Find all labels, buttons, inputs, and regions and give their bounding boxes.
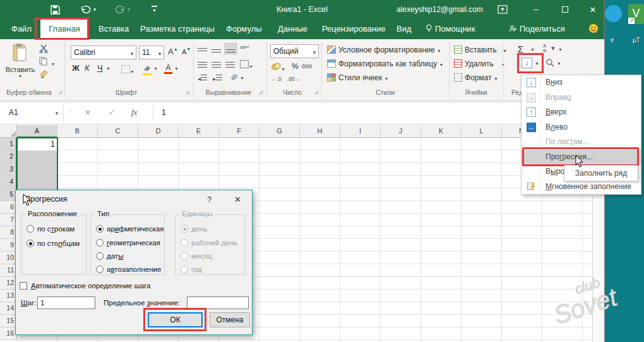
row-header[interactable]: 11 <box>0 264 17 277</box>
desktop-icon-2[interactable]: V ↗ <box>628 4 644 24</box>
row-header[interactable]: 16 <box>0 327 17 340</box>
row-header[interactable]: 5 <box>0 188 17 201</box>
font-color-dropdown-icon[interactable]: ▼ <box>174 66 179 71</box>
clipboard-dialog-launcher[interactable]: ◿ <box>58 89 64 95</box>
column-header[interactable]: F <box>219 125 259 138</box>
sort-filter-button[interactable]: АЯ <box>543 44 546 53</box>
row-header[interactable]: 1 <box>0 138 17 150</box>
decrease-indent-icon[interactable]: ◂ <box>198 75 207 82</box>
font-name-combo[interactable]: Calibri▼ <box>71 46 136 59</box>
underline-button[interactable]: Ч <box>97 63 103 73</box>
find-dropdown-icon[interactable]: ▼ <box>557 61 561 66</box>
align-middle-icon[interactable] <box>212 46 221 57</box>
number-dialog-launcher[interactable]: ◿ <box>314 89 321 95</box>
underline-dropdown-icon[interactable]: ▼ <box>106 66 110 71</box>
align-right-icon[interactable] <box>225 59 235 71</box>
formula-input[interactable]: 1 <box>162 108 166 117</box>
row-header[interactable]: 10 <box>0 252 17 264</box>
radio-autofill[interactable]: автозаполнение <box>96 266 161 273</box>
undo-button[interactable]: ▼ <box>81 0 97 19</box>
radio-by-columns[interactable]: по столбцам <box>27 240 80 247</box>
cell-styles-button[interactable]: Стили ячеек ▼ <box>327 71 389 85</box>
orientation-icon[interactable]: ab <box>229 72 239 82</box>
radio-by-rows[interactable]: по строкам <box>27 225 75 233</box>
name-box-dropdown-icon[interactable]: ▼ <box>54 111 59 116</box>
row-header[interactable]: 2 <box>0 150 17 163</box>
row-header[interactable]: 7 <box>0 214 17 226</box>
percent-style-icon[interactable]: % <box>292 62 299 71</box>
row-header[interactable]: 4 <box>0 176 17 188</box>
font-color-icon[interactable]: А <box>164 63 172 74</box>
trend-checkbox[interactable]: Автоматическое определение шага <box>20 282 150 290</box>
cancel-icon[interactable]: ✕ <box>85 108 91 117</box>
align-top-icon[interactable] <box>198 44 207 56</box>
sort-filter-dropdown-icon[interactable]: ▼ <box>558 47 563 52</box>
column-header[interactable]: A <box>17 125 57 138</box>
radio-dates[interactable]: даты <box>96 252 123 260</box>
delete-cells-button[interactable]: Удалить ▼ <box>454 58 505 71</box>
smiley-icon[interactable] <box>582 19 605 39</box>
align-left-icon[interactable] <box>198 59 207 71</box>
menu-item-down[interactable]: ↓ Вниз <box>522 75 641 90</box>
autosum-dropdown-icon[interactable]: ▼ <box>530 47 535 52</box>
number-format-combo[interactable]: Общий▼ <box>270 44 319 58</box>
trend-checkbox-box[interactable] <box>20 282 27 290</box>
menu-item-right[interactable]: → Вправо <box>522 90 641 106</box>
decrease-font-icon[interactable]: А▼ <box>182 47 191 56</box>
tab-view[interactable]: Вид <box>390 19 418 39</box>
column-header[interactable]: G <box>259 125 300 138</box>
copy-icon[interactable]: ▼ <box>39 57 55 68</box>
format-cells-button[interactable]: Формат ▼ <box>454 71 498 85</box>
radio-geometric[interactable]: геометрическая <box>96 239 160 247</box>
format-as-table-button[interactable]: Форматировать как таблицу ▼ <box>327 58 443 71</box>
radio-workday[interactable]: рабочий день <box>181 239 237 247</box>
save-icon[interactable] <box>51 0 60 19</box>
row-header[interactable]: 15 <box>0 315 17 327</box>
merge-center-icon[interactable]: ▼ <box>240 59 253 71</box>
radio-arithmetic[interactable]: арифметическая <box>96 225 164 233</box>
undo-dropdown-icon[interactable]: ▼ <box>92 7 97 13</box>
tab-data[interactable]: Данные <box>271 19 314 39</box>
dialog-close-button[interactable]: ✕ <box>234 195 241 204</box>
insert-cells-button[interactable]: Вставить ▼ <box>454 44 507 57</box>
increase-indent-icon[interactable]: ▸ <box>213 75 222 82</box>
menu-item-left[interactable]: ← Влево <box>522 120 641 135</box>
column-header[interactable]: C <box>98 125 138 138</box>
column-header[interactable]: H <box>300 125 340 138</box>
insert-function-icon[interactable]: fx <box>131 107 137 118</box>
increase-font-icon[interactable]: А▲ <box>168 47 178 56</box>
radio-year[interactable]: год <box>181 266 202 273</box>
tab-insert[interactable]: Вставка <box>92 19 135 39</box>
font-size-combo[interactable]: 11▼ <box>139 46 164 59</box>
orientation-dropdown-icon[interactable]: ▼ <box>240 76 244 80</box>
close-button[interactable]: ✕ <box>583 0 602 19</box>
account-email[interactable]: alexeyship12@gmail.com <box>397 0 483 19</box>
decrease-decimal-icon[interactable]: .00→ <box>287 76 300 82</box>
desktop-icon-1[interactable] <box>605 5 622 22</box>
increase-decimal-icon[interactable]: ←.0 <box>271 76 282 82</box>
paste-button[interactable]: Вставить ▼ <box>5 43 35 87</box>
align-bottom-icon[interactable] <box>224 43 237 54</box>
column-header[interactable]: D <box>138 125 179 138</box>
cut-icon[interactable] <box>39 44 49 56</box>
column-header[interactable]: K <box>421 125 462 138</box>
fill-color-icon[interactable] <box>143 63 152 75</box>
column-header[interactable]: J <box>381 125 421 138</box>
row-header[interactable]: 3 <box>0 163 17 176</box>
minimize-button[interactable]: ─ <box>527 0 546 19</box>
column-header[interactable]: E <box>179 125 219 138</box>
column-header[interactable]: B <box>57 125 98 138</box>
limit-input[interactable] <box>187 296 249 309</box>
name-box[interactable]: A1 <box>9 108 18 117</box>
borders-icon[interactable]: ▼ <box>121 64 134 76</box>
accounting-format-icon[interactable]: ▼ <box>271 62 285 73</box>
select-all-corner[interactable] <box>0 125 17 138</box>
qat-customize-button[interactable]: ▼ <box>152 6 157 12</box>
menu-item-up[interactable]: ↑ Вверх <box>522 105 641 120</box>
find-select-button[interactable] <box>546 58 554 70</box>
menu-item-flash-fill[interactable]: Мгновенное заполнение <box>522 180 641 195</box>
redo-button[interactable]: ▼ <box>115 0 131 19</box>
bold-button[interactable]: Ж <box>72 63 80 73</box>
maximize-button[interactable] <box>556 0 575 19</box>
row-header[interactable]: 6 <box>0 201 17 214</box>
